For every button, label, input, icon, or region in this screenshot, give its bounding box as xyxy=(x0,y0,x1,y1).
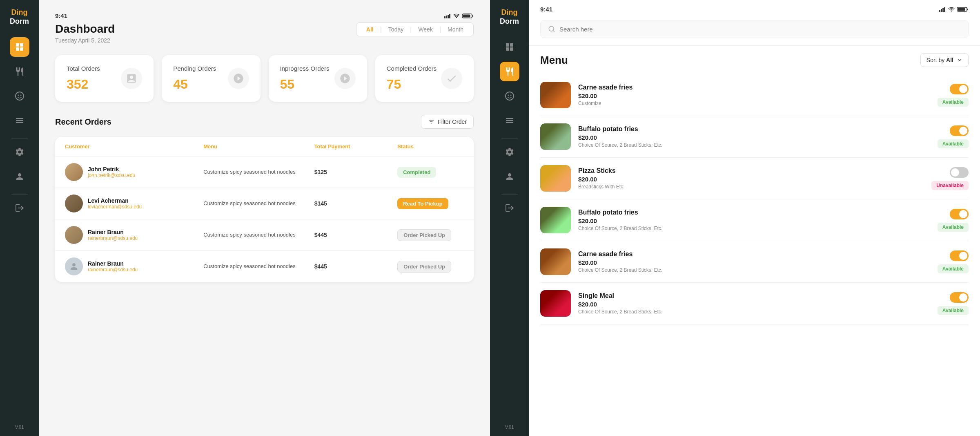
filter-tab-today[interactable]: Today xyxy=(385,25,407,34)
sidebar-item-dashboard[interactable] xyxy=(10,37,29,57)
availability-toggle[interactable] xyxy=(950,250,969,261)
stat-card-pending: Pending Orders 45 xyxy=(162,55,260,102)
svg-rect-17 xyxy=(510,47,513,51)
completed-orders-icon-wrap xyxy=(441,68,462,89)
stat-pending-value: 45 xyxy=(173,77,216,92)
filter-order-button[interactable]: Filter Order xyxy=(421,115,474,129)
sidebar-item-settings[interactable] xyxy=(10,142,29,162)
sidebar-item-orders[interactable] xyxy=(10,62,29,81)
recent-orders-header: Recent Orders Filter Order xyxy=(55,115,474,129)
stats-grid: Total Orders 352 Pending Orders 45 Inp xyxy=(55,55,474,102)
customer-info: John Petrik john.petrik@sdsu.edu xyxy=(65,163,203,181)
orders-table: Customer Menu Total Payment Status John … xyxy=(55,137,474,282)
availability-toggle[interactable] xyxy=(950,209,969,219)
right-sidebar-item-menu[interactable] xyxy=(500,62,519,81)
availability-toggle[interactable] xyxy=(950,84,969,94)
avatar xyxy=(65,226,83,244)
status-badge: Order Picked Up xyxy=(397,261,451,273)
order-payment: $445 xyxy=(314,232,398,238)
right-main-content: 9:41 Menu Sort by All xyxy=(529,0,980,436)
availability-toggle[interactable] xyxy=(950,167,969,178)
availability-toggle[interactable] xyxy=(950,125,969,136)
search-input[interactable] xyxy=(559,26,961,33)
svg-rect-15 xyxy=(510,43,513,47)
menu-item-price: $20.00 xyxy=(578,134,930,141)
sidebar-item-menu[interactable] xyxy=(10,111,29,130)
customer-name: John Petrik xyxy=(88,166,135,172)
table-row: Levi Acherman leviacherman@sdsu.edu Cust… xyxy=(55,188,474,219)
stat-card-inprogress: Inprogress Orders 55 xyxy=(269,55,367,102)
right-status-bar: 9:41 xyxy=(529,0,980,13)
menu-item-desc: Choice Of Source, 2 Bread Sticks, Etc. xyxy=(578,142,930,148)
pending-orders-icon-wrap xyxy=(228,68,249,89)
col-status: Status xyxy=(397,143,464,150)
menu-item-info: Buffalo potato fries $20.00 Choice Of So… xyxy=(578,209,930,231)
menu-item-image xyxy=(540,290,571,317)
filter-tab-week[interactable]: Week xyxy=(415,25,436,34)
customer-info: Rainer Braun rainerbraun@sdsu.edu xyxy=(65,226,203,244)
sidebar-item-logout[interactable] xyxy=(10,198,29,218)
table-row: John Petrik john.petrik@sdsu.edu Customi… xyxy=(55,156,474,188)
menu-item-info: Carne asade fries $20.00 Choice Of Sourc… xyxy=(578,250,930,273)
stat-pending-label: Pending Orders xyxy=(173,65,216,72)
right-sidebar-item-logout[interactable] xyxy=(500,198,519,218)
filter-tabs[interactable]: All | Today | Week | Month xyxy=(356,22,474,36)
svg-point-28 xyxy=(549,26,554,31)
right-sidebar: Ding Dorm V.01 xyxy=(490,0,529,436)
stat-completed-value: 75 xyxy=(387,77,437,92)
customer-name: Rainer Braun xyxy=(88,260,138,267)
svg-rect-13 xyxy=(463,14,470,17)
availability-badge: Available xyxy=(938,264,969,273)
stat-inprogress-label: Inprogress Orders xyxy=(280,65,330,72)
svg-rect-9 xyxy=(448,15,449,18)
search-input-wrap[interactable] xyxy=(540,20,969,38)
customer-name: Rainer Braun xyxy=(88,229,138,235)
left-main-content: 9:41 Dashboard Tuesday April 5, 2022 All… xyxy=(39,0,490,436)
availability-toggle[interactable] xyxy=(950,292,969,303)
filter-order-label: Filter Order xyxy=(438,119,467,125)
stat-inprogress-value: 55 xyxy=(280,77,330,92)
customer-email: rainerbraun@sdsu.edu xyxy=(88,235,138,241)
right-sidebar-item-dashboard[interactable] xyxy=(500,37,519,57)
filter-tab-month[interactable]: Month xyxy=(444,25,467,34)
menu-item-info: Pizza Sticks $20.00 Breadsticks With Etc… xyxy=(578,167,924,190)
menu-item-name: Buffalo potato fries xyxy=(578,125,930,133)
sort-by-label: Sort by All xyxy=(927,57,953,63)
right-sidebar-item-list[interactable] xyxy=(500,111,519,130)
app-logo-right: Ding Dorm xyxy=(500,8,519,26)
app-logo: Ding Dorm xyxy=(10,8,29,26)
svg-rect-2 xyxy=(16,47,19,51)
right-sidebar-item-settings[interactable] xyxy=(500,142,519,162)
sort-by-dropdown[interactable]: Sort by All xyxy=(920,53,969,67)
right-status-icons xyxy=(939,6,969,13)
order-menu: Customize spicy seasoned hot noodles xyxy=(203,231,314,239)
stat-total-label: Total Orders xyxy=(67,65,100,72)
menu-item-image xyxy=(540,82,571,108)
total-orders-icon-wrap xyxy=(121,68,142,89)
sidebar-item-reviews[interactable] xyxy=(10,86,29,106)
status-time: 9:41 xyxy=(55,12,67,19)
dashboard-header: Dashboard Tuesday April 5, 2022 All | To… xyxy=(55,22,474,44)
menu-item-image xyxy=(540,248,571,275)
menu-list-item: Buffalo potato fries $20.00 Choice Of So… xyxy=(540,199,969,241)
stat-card-total: Total Orders 352 xyxy=(55,55,154,102)
search-bar xyxy=(529,13,980,46)
filter-tab-all[interactable]: All xyxy=(363,25,377,34)
order-menu: Customize spicy seasoned hot noodles xyxy=(203,263,314,270)
svg-rect-24 xyxy=(944,7,945,12)
right-sidebar-item-reviews[interactable] xyxy=(500,86,519,106)
menu-item-name: Carne asade fries xyxy=(578,250,930,258)
menu-list-item: Carne asade fries $20.00 Customize Avail… xyxy=(540,74,969,116)
menu-list-item: Pizza Sticks $20.00 Breadsticks With Etc… xyxy=(540,158,969,199)
dashboard-title: Dashboard xyxy=(55,22,115,36)
sidebar-item-profile[interactable] xyxy=(10,167,29,186)
stat-total-value: 352 xyxy=(67,77,100,92)
menu-list: Carne asade fries $20.00 Customize Avail… xyxy=(529,74,980,324)
svg-rect-7 xyxy=(444,16,445,18)
menu-item-price: $20.00 xyxy=(578,301,930,308)
customer-email: rainerbraun@sdsu.edu xyxy=(88,267,138,273)
right-sidebar-item-profile[interactable] xyxy=(500,167,519,186)
menu-item-name: Pizza Sticks xyxy=(578,167,924,174)
search-icon xyxy=(548,25,555,33)
availability-badge: Available xyxy=(938,98,969,107)
